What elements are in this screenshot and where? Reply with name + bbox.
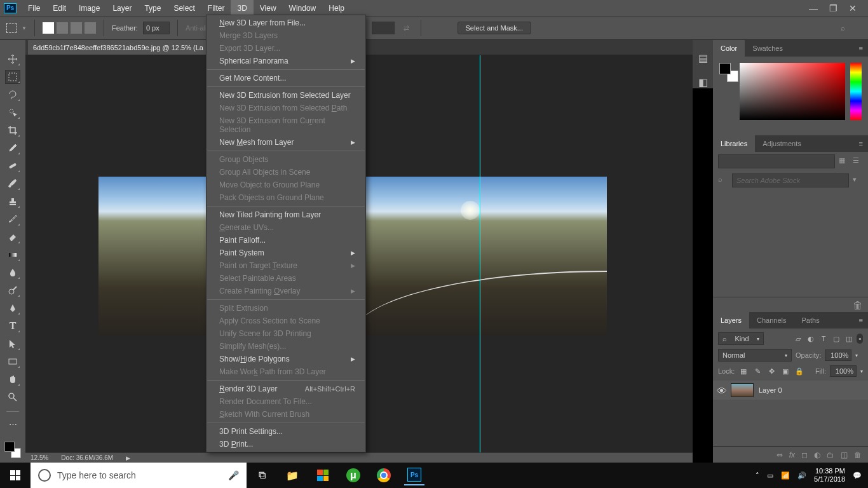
document-tab[interactable]: 6dd59cb1f7e848eeffef386521abd59e.jpg @ 1… [28,40,208,55]
filter-smart-icon[interactable]: ◫ [844,334,854,344]
panel-menu-icon[interactable]: ≡ [854,135,868,152]
type-tool[interactable]: T [6,320,20,332]
select-and-mask-button[interactable]: Select and Mask... [458,22,532,34]
list-view-icon[interactable]: ☰ [853,156,863,166]
menu-help[interactable]: Help [322,0,351,16]
menu-select[interactable]: Select [167,0,201,16]
pen-tool[interactable] [6,302,20,315]
menu-view[interactable]: View [254,0,283,16]
volume-icon[interactable]: 🔊 [797,471,806,480]
stamp-tool[interactable] [6,195,20,208]
doc-size[interactable]: Doc: 36.6M/36.6M [61,454,113,461]
menu-image[interactable]: Image [72,0,106,16]
menu-item[interactable]: Spherical Panorama▶ [207,55,365,67]
store-icon[interactable] [313,465,333,485]
tray-expand-icon[interactable]: ˄ [756,471,759,480]
lock-all-icon[interactable]: 🔒 [794,366,804,376]
selection-intersect-icon[interactable] [85,22,96,34]
tab-adjustments[interactable]: Adjustments [755,135,809,152]
lock-pixels-icon[interactable]: ▦ [738,366,749,376]
chrome-icon[interactable] [374,465,394,485]
gradient-tool[interactable] [6,248,20,261]
hue-slider[interactable] [850,63,862,120]
selection-new-icon[interactable] [43,22,54,34]
tab-paths[interactable]: Paths [794,312,827,329]
tab-layers[interactable]: Layers [713,312,749,329]
menu-item[interactable]: Paint Falloff... [207,234,365,247]
menu-item[interactable]: Get More Content... [207,72,365,85]
notifications-icon[interactable]: 💬 [853,471,862,480]
marquee-preset-icon[interactable] [6,23,17,33]
lasso-tool[interactable] [6,88,20,101]
menu-item[interactable]: Render 3D LayerAlt+Shift+Ctrl+R [207,383,365,395]
blend-mode-select[interactable]: Normal▾ [718,349,792,362]
crop-tool[interactable] [6,124,20,137]
utorrent-icon[interactable]: μ [343,465,363,485]
healing-tool[interactable] [6,159,20,172]
properties-panel-icon[interactable]: ◧ [696,76,709,88]
layer-thumbnail[interactable] [731,383,754,397]
minimize-icon[interactable]: — [809,3,818,13]
opacity-input[interactable]: 100% [825,349,851,361]
menu-item[interactable]: New Mesh from Layer▶ [207,136,365,149]
grid-view-icon[interactable]: ▦ [839,156,849,166]
filter-adjust-icon[interactable]: ◐ [806,334,816,344]
menu-item[interactable]: New 3D Layer from File... [207,17,365,29]
menu-type[interactable]: Type [138,0,167,16]
menu-item[interactable]: Show/Hide Polygons▶ [207,353,365,365]
menu-item[interactable]: New 3D Extrusion from Selected Layer [207,89,365,102]
edit-toolbar-icon[interactable]: ⋯ [9,419,17,429]
photoshop-taskbar-icon[interactable]: Ps [404,465,424,485]
start-button[interactable] [0,463,31,488]
menu-file[interactable]: File [22,0,46,16]
menu-3d[interactable]: 3D [231,0,253,16]
layer-row[interactable]: 👁 Layer 0 [713,381,868,400]
windows-search[interactable]: Type here to search 🎤 [31,463,247,488]
zoom-tool[interactable] [6,391,20,403]
menu-window[interactable]: Window [283,0,323,16]
selection-subtract-icon[interactable] [71,22,82,34]
wifi-icon[interactable]: 📶 [781,471,790,480]
dodge-tool[interactable] [6,284,20,297]
path-select-tool[interactable] [6,337,20,350]
layer-filter-kind[interactable]: ⌕Kind▾ [718,332,764,345]
menu-edit[interactable]: Edit [46,0,72,16]
panel-menu-icon[interactable]: ≡ [854,312,868,329]
menu-item[interactable]: 3D Print Settings... [207,425,365,438]
history-panel-icon[interactable]: ▤ [696,51,709,64]
color-swatches[interactable] [4,442,21,458]
menu-filter[interactable]: Filter [201,0,231,16]
filter-toggle-icon[interactable]: ∘ [857,334,863,344]
new-layer-icon[interactable]: ◫ [841,451,848,459]
adjustment-icon[interactable]: ◐ [814,451,820,459]
restore-icon[interactable]: ❐ [829,3,837,13]
quick-select-tool[interactable] [6,106,20,119]
visibility-icon[interactable]: 👁 [717,386,726,395]
tab-swatches[interactable]: Swatches [745,40,790,57]
group-icon[interactable]: 🗀 [827,451,834,459]
fill-input[interactable]: 100% [830,365,857,377]
selection-add-icon[interactable] [57,22,68,34]
panel-menu-icon[interactable]: ≡ [854,40,868,57]
stock-search-input[interactable]: Search Adobe Stock [732,173,849,187]
blur-tool[interactable] [6,266,20,279]
saturation-picker[interactable] [740,63,845,120]
lock-brush-icon[interactable]: ✎ [752,366,763,376]
color-fg-bg[interactable] [719,63,735,78]
trash-icon[interactable]: 🗑 [853,300,863,310]
fx-icon[interactable]: fx [789,451,795,459]
tab-color[interactable]: Color [713,40,745,57]
brush-tool[interactable] [6,177,20,190]
history-brush-tool[interactable] [6,213,20,226]
guide-vertical[interactable] [480,55,480,452]
close-icon[interactable]: ✕ [849,3,857,13]
tab-channels[interactable]: Channels [749,312,794,329]
move-tool[interactable] [6,53,20,65]
menu-item[interactable]: 3D Print... [207,438,365,451]
task-view-icon[interactable]: ⧉ [252,465,272,485]
explorer-icon[interactable]: 📁 [282,465,302,485]
library-select[interactable] [718,154,835,168]
shape-tool[interactable] [6,355,20,368]
layer-name[interactable]: Layer 0 [759,386,782,394]
hand-tool[interactable] [6,373,20,386]
